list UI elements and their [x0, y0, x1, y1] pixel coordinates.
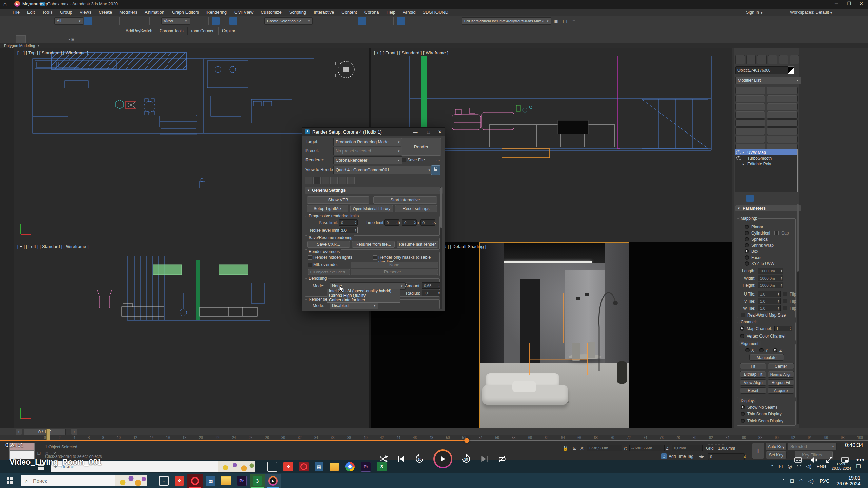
toolbar-icon[interactable]	[450, 17, 458, 25]
toolbar-icon[interactable]	[93, 17, 101, 25]
dialog-close-icon[interactable]: ✕	[435, 129, 442, 135]
frame-step-icons[interactable]: ◀▶	[699, 455, 704, 458]
player-home-icon[interactable]: ⌂	[3, 1, 10, 8]
vertex-color-radio[interactable]: Vertex Color Channel	[740, 333, 785, 339]
plugin-button[interactable]: rona Convert	[188, 27, 218, 35]
plugin-button[interactable]: AddRaySwitch	[122, 27, 156, 35]
stack-toolbar-icon[interactable]	[756, 195, 764, 202]
selection-lock-icon[interactable]: ⬚	[553, 444, 561, 452]
toolbar-icon[interactable]	[132, 17, 140, 25]
taskbar-opera-gx-icon[interactable]	[187, 474, 203, 488]
dialog-maximize-icon[interactable]: □	[422, 129, 435, 135]
menu-item[interactable]: Tools	[38, 9, 56, 16]
dialog-scrollbar[interactable]	[440, 187, 442, 309]
dialog-tab[interactable]	[305, 177, 312, 184]
toolbar-icon[interactable]	[102, 27, 110, 35]
shuffle-icon[interactable]	[379, 454, 388, 463]
reset-settings-button[interactable]: Reset settings	[395, 205, 437, 212]
modifier-button[interactable]	[735, 87, 765, 94]
taskbar-recorder-icon[interactable]: ❖	[172, 474, 187, 488]
mapping-radio-row[interactable]: Cylindrical Cap	[745, 230, 789, 236]
previous-track-icon[interactable]	[397, 454, 406, 463]
modifier-button[interactable]	[735, 111, 765, 119]
subtitles-icon[interactable]	[794, 456, 802, 464]
toolbar-icon[interactable]	[140, 17, 149, 25]
tray-volume-icon[interactable]: ◁)	[808, 478, 814, 484]
new-key-button[interactable]: +	[752, 443, 764, 459]
playback-button[interactable]	[715, 444, 717, 445]
sign-in-button[interactable]: Sign In ▾	[746, 9, 763, 16]
playback-button[interactable]	[708, 444, 710, 445]
toolbar-icon[interactable]	[260, 27, 268, 35]
menu-item[interactable]: Graph Editors	[168, 9, 203, 16]
start-button[interactable]	[2, 474, 18, 487]
resume-last-render-button[interactable]: Resume last render	[397, 241, 438, 248]
modifier-button[interactable]	[767, 111, 798, 119]
cap-checkbox-label[interactable]: Cap	[781, 231, 789, 236]
create-selection-set-dropdown[interactable]: Create Selection Se▼	[264, 17, 313, 25]
dialog-tab[interactable]	[330, 177, 338, 184]
toolbar-icon[interactable]	[153, 17, 161, 25]
save-cxr-button[interactable]: Save CXR...	[307, 241, 350, 248]
normal-align-button[interactable]: Normal Align	[768, 371, 794, 378]
start-interactive-button[interactable]: Start interactive	[373, 196, 437, 204]
toolbar-icon[interactable]	[252, 27, 259, 35]
isolate-selection-icon[interactable]: ▣	[552, 17, 560, 25]
toolbar-icon[interactable]	[247, 17, 250, 25]
tray-chevron-icon[interactable]: ⌃	[782, 478, 785, 483]
mapping-radio-row[interactable]: Spherical	[745, 236, 789, 242]
modifier-button[interactable]	[767, 119, 798, 127]
forward-30-icon[interactable]: 30	[461, 454, 471, 464]
toolbar-icon[interactable]	[269, 27, 276, 35]
toolbar-icon[interactable]	[337, 17, 345, 25]
toolbar-icon[interactable]	[3, 17, 12, 25]
dialog-minimize-icon[interactable]: —	[408, 129, 422, 135]
playback-button[interactable]	[722, 444, 724, 445]
view-to-render-dropdown[interactable]: Quad 4 - CoronaCamera001▼	[333, 166, 433, 174]
modifier-button[interactable]	[767, 127, 798, 135]
panel-tab-icon[interactable]	[790, 55, 799, 64]
time-slider-prev[interactable]: ‹	[16, 429, 22, 435]
toolbar-icon[interactable]	[277, 27, 284, 35]
align-x-radio[interactable]	[745, 348, 750, 352]
radio-icon[interactable]	[745, 231, 749, 235]
toolbar-icon[interactable]	[220, 17, 229, 25]
modifier-stack-item[interactable]: ▸ TurboSmooth	[735, 155, 797, 161]
player-progress-handle[interactable]	[464, 438, 469, 443]
menu-item[interactable]: Arnold	[399, 9, 419, 16]
ribbon-minimize-icon[interactable]: ▾ ▣	[68, 37, 74, 41]
visibility-eye-icon[interactable]	[736, 150, 741, 154]
toolbar-icon[interactable]	[111, 17, 119, 25]
toolbar-icon[interactable]	[84, 17, 92, 25]
toolbar-icon[interactable]	[346, 17, 354, 25]
tray-clock[interactable]: 19:0126.05.2024	[836, 475, 860, 487]
dialog-tab[interactable]	[322, 177, 329, 184]
y-coordinate-field[interactable]: -7680,556m	[629, 445, 665, 451]
toolbar-icon[interactable]	[86, 27, 93, 35]
target-dropdown[interactable]: Production Rendering Mode▼	[333, 138, 402, 146]
parameters-rollout-header[interactable]: ▼Parameters ⁙	[735, 205, 801, 211]
menu-item[interactable]: Animation	[141, 9, 168, 16]
picture-in-picture-icon[interactable]	[841, 456, 849, 464]
toolbar-icon[interactable]	[441, 17, 449, 25]
toolbar-icon[interactable]	[358, 17, 366, 25]
panel-tab-icon[interactable]	[746, 55, 756, 64]
toolbar-icon[interactable]	[21, 17, 24, 25]
reset-button[interactable]: Reset	[740, 387, 766, 394]
toolbar-icon[interactable]	[191, 17, 199, 25]
time-slider-next[interactable]: ›	[71, 429, 77, 435]
dialog-title-bar[interactable]: 3 Render Setup: Corona 4 (Hotfix 1) — □ …	[302, 128, 445, 136]
time-slider-field[interactable]: 0 / 100	[24, 429, 66, 435]
viewport-left-label[interactable]: [ + ] [ Left ] [ Standard ] [ Wireframe …	[17, 244, 89, 249]
modifier-button[interactable]	[735, 103, 765, 110]
menu-item[interactable]: Corona	[361, 9, 383, 16]
map-channel-radio[interactable]: Map Channel: 1▲▼	[740, 326, 792, 331]
ribbon-tab[interactable]	[45, 35, 54, 43]
toolbar-icon[interactable]	[423, 17, 431, 25]
time-limit-s-spinner[interactable]: 0▲▼	[420, 219, 435, 226]
modifier-button[interactable]	[735, 95, 765, 102]
modifier-button[interactable]	[735, 119, 765, 127]
tray-wifi-icon[interactable]: ◠	[799, 478, 803, 484]
menu-item[interactable]: Scripting	[285, 9, 310, 16]
save-file-browse[interactable]: ...	[436, 157, 440, 162]
